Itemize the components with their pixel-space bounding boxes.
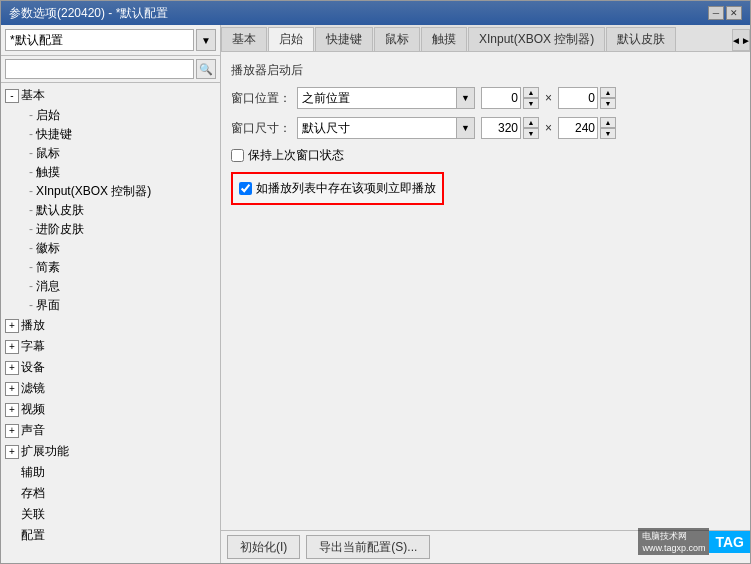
tree-root-lujing[interactable]: + 滤镜 [1, 378, 220, 399]
tree-child-shubiao[interactable]: -鼠标 [1, 144, 220, 163]
tree-child-jiemian[interactable]: -界面 [1, 296, 220, 315]
tree-child-kuaijiejian[interactable]: -快捷键 [1, 125, 220, 144]
tree-label-kuozhan: 扩展功能 [21, 443, 69, 460]
window-size-w-down[interactable]: ▼ [523, 128, 539, 139]
x-separator-2: × [545, 121, 552, 135]
window-size-select[interactable] [297, 117, 457, 139]
window-pos-x-down[interactable]: ▼ [523, 98, 539, 109]
init-button[interactable]: 初始化(I) [227, 535, 300, 559]
tree-expander-zimu[interactable]: + [5, 340, 19, 354]
window-pos-x-input[interactable] [481, 87, 521, 109]
window-size-w-up[interactable]: ▲ [523, 117, 539, 128]
watermark-text: 电脑技术网 www.tagxp.com [638, 528, 709, 555]
tree-root-kuozhan[interactable]: + 扩展功能 [1, 441, 220, 462]
window-pos-dropdown-container: ▼ [297, 87, 475, 109]
main-content: 播放器启动后 窗口位置： ▼ ▲ ▼ [221, 52, 750, 530]
preset-dropdown[interactable] [5, 29, 194, 51]
tab-bar: 基本 启始 快捷键 鼠标 触摸 XInput(XBOX 控制器) 默认皮肤 ◄► [221, 25, 750, 52]
tree-child-qishi[interactable]: -启始 [1, 106, 220, 125]
tab-scroll-button[interactable]: ◄► [732, 29, 750, 51]
tab-touch[interactable]: 触摸 [421, 27, 467, 51]
tree-label-guanlian: 关联 [21, 506, 45, 523]
chevron-down-icon-3: ▼ [461, 123, 470, 133]
tree-root-fuzhu[interactable]: 辅助 [1, 462, 220, 483]
tab-hotkey[interactable]: 快捷键 [315, 27, 373, 51]
tree-root-basic[interactable]: - 基本 [1, 85, 220, 106]
window-pos-x-up[interactable]: ▲ [523, 87, 539, 98]
tab-mouse[interactable]: 鼠标 [374, 27, 420, 51]
tree-expander-shengyin[interactable]: + [5, 424, 19, 438]
window-title: 参数选项(220420) - *默认配置 [9, 5, 168, 22]
tree-area: - 基本 -启始 -快捷键 -鼠标 -触摸 -XInput(XBOX 控制器) … [1, 83, 220, 563]
checkbox1[interactable] [231, 149, 244, 162]
tree-root-cundang[interactable]: 存档 [1, 483, 220, 504]
close-button[interactable]: ✕ [726, 6, 742, 20]
tree-expander-kuozhan[interactable]: + [5, 445, 19, 459]
tree-root-peizhi[interactable]: 配置 [1, 525, 220, 546]
tree-root-shengyin[interactable]: + 声音 [1, 420, 220, 441]
window-size-h-up[interactable]: ▲ [600, 117, 616, 128]
export-button[interactable]: 导出当前配置(S)... [306, 535, 430, 559]
checkbox2-label: 如播放列表中存在该项则立即播放 [256, 180, 436, 197]
tree-root-guanlian[interactable]: 关联 [1, 504, 220, 525]
window-size-dropdown-container: ▼ [297, 117, 475, 139]
right-panel: 基本 启始 快捷键 鼠标 触摸 XInput(XBOX 控制器) 默认皮肤 ◄►… [221, 25, 750, 563]
watermark-url: www.tagxp.com [642, 543, 705, 553]
checkbox1-row: 保持上次窗口状态 [231, 147, 740, 164]
window-size-h-group: ▲ ▼ [558, 117, 616, 139]
checkbox1-label: 保持上次窗口状态 [248, 147, 344, 164]
window-pos-y-input[interactable] [558, 87, 598, 109]
tab-basic[interactable]: 基本 [221, 27, 267, 51]
window-pos-row: 窗口位置： ▼ ▲ ▼ × [231, 87, 740, 109]
window-size-arrow[interactable]: ▼ [457, 117, 475, 139]
tree-expander-bofang[interactable]: + [5, 319, 19, 333]
chevron-down-icon: ▼ [201, 35, 211, 46]
tree-child-jinjie-pifu[interactable]: -进阶皮肤 [1, 220, 220, 239]
window-pos-label: 窗口位置： [231, 90, 291, 107]
window-pos-select[interactable] [297, 87, 457, 109]
window-size-h-down[interactable]: ▼ [600, 128, 616, 139]
tree-root-bofang[interactable]: + 播放 [1, 315, 220, 336]
tab-skin[interactable]: 默认皮肤 [606, 27, 676, 51]
tree-child-xinput[interactable]: -XInput(XBOX 控制器) [1, 182, 220, 201]
tree-child-moren-pifu[interactable]: -默认皮肤 [1, 201, 220, 220]
tree-expander-shipin[interactable]: + [5, 403, 19, 417]
watermark-tag: TAG [709, 531, 750, 553]
tree-child-chumu[interactable]: -触摸 [1, 163, 220, 182]
window-pos-y-spinners: ▲ ▼ [600, 87, 616, 109]
tree-label-zimu: 字幕 [21, 338, 45, 355]
section-title: 播放器启动后 [231, 62, 740, 79]
window-pos-y-group: ▲ ▼ [558, 87, 616, 109]
window-size-w-input[interactable] [481, 117, 521, 139]
tree-root-shipin[interactable]: + 视频 [1, 399, 220, 420]
tree-label-lujing: 滤镜 [21, 380, 45, 397]
search-button[interactable]: 🔍 [196, 59, 216, 79]
window-pos-y-up[interactable]: ▲ [600, 87, 616, 98]
tree-expander-lujing[interactable]: + [5, 382, 19, 396]
window-pos-y-down[interactable]: ▼ [600, 98, 616, 109]
tree-root-zimu[interactable]: + 字幕 [1, 336, 220, 357]
window-size-h-input[interactable] [558, 117, 598, 139]
search-bar: 🔍 [1, 56, 220, 83]
tree-expander-basic[interactable]: - [5, 89, 19, 103]
tree-label-shengyin: 声音 [21, 422, 45, 439]
tree-expander-shebei[interactable]: + [5, 361, 19, 375]
tree-child-jiansu[interactable]: -简素 [1, 258, 220, 277]
search-input[interactable] [5, 59, 194, 79]
tree-label-shebei: 设备 [21, 359, 45, 376]
window-pos-arrow[interactable]: ▼ [457, 87, 475, 109]
tab-xinput[interactable]: XInput(XBOX 控制器) [468, 27, 605, 51]
window-size-w-spinners: ▲ ▼ [523, 117, 539, 139]
window-pos-x-group: ▲ ▼ [481, 87, 539, 109]
window-pos-x-spinners: ▲ ▼ [523, 87, 539, 109]
left-panel: ▼ 🔍 - 基本 -启始 -快捷键 [1, 25, 221, 563]
tree-root-shebei[interactable]: + 设备 [1, 357, 220, 378]
tree-child-huibiao[interactable]: -徽标 [1, 239, 220, 258]
tree-child-xiaoxi[interactable]: -消息 [1, 277, 220, 296]
watermark: 电脑技术网 www.tagxp.com TAG [638, 528, 750, 555]
preset-arrow[interactable]: ▼ [196, 29, 216, 51]
checkbox2[interactable] [239, 182, 252, 195]
tab-start[interactable]: 启始 [268, 27, 314, 51]
pin-button[interactable]: ─ [708, 6, 724, 20]
title-bar: 参数选项(220420) - *默认配置 ─ ✕ [1, 1, 750, 25]
